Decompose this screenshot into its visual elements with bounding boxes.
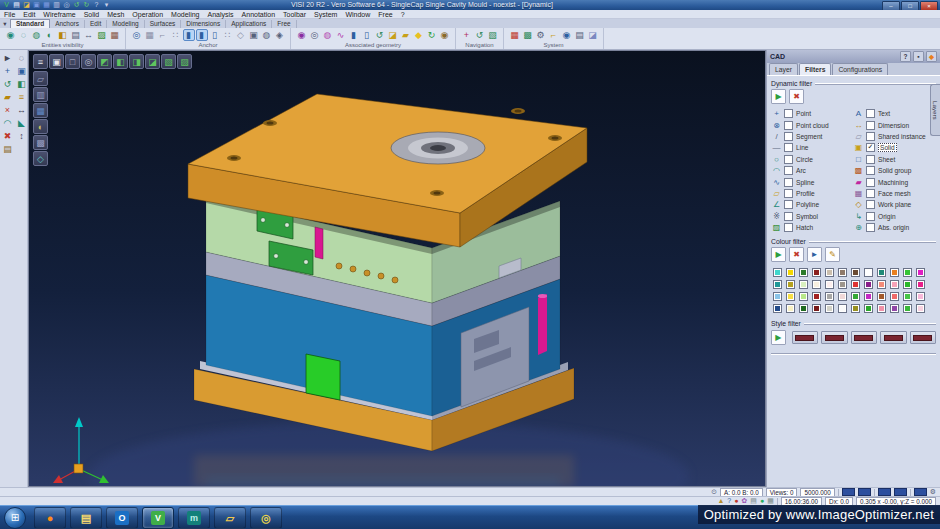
eraser-icon[interactable]: ◪ — [587, 29, 599, 41]
color-swatch[interactable] — [877, 280, 886, 289]
trim-icon[interactable]: × — [2, 104, 14, 116]
color-swatch[interactable] — [916, 268, 925, 277]
color-swatch[interactable] — [877, 304, 886, 313]
line-style-button[interactable] — [910, 331, 936, 344]
checkbox-symbol[interactable] — [784, 212, 793, 221]
assoc-binocular-icon[interactable]: ◎ — [309, 29, 321, 41]
iso-view-icon[interactable]: ◩ — [97, 54, 112, 69]
checkbox-work-plane[interactable] — [866, 200, 875, 209]
light-icon[interactable]: ◐ — [33, 119, 48, 134]
anchor-face-icon[interactable]: ▯ — [209, 29, 221, 41]
color-swatch[interactable] — [890, 280, 899, 289]
color-swatch[interactable] — [864, 292, 873, 301]
fillet-icon[interactable]: ◠ — [2, 117, 14, 129]
color-swatch[interactable] — [864, 304, 873, 313]
tab-standard[interactable]: Standard — [10, 19, 50, 28]
background-icon[interactable]: ▩ — [33, 135, 48, 150]
tab-applications[interactable]: Applications — [226, 20, 272, 28]
assoc-lock-icon[interactable]: ▰ — [400, 29, 412, 41]
color-swatch[interactable] — [903, 268, 912, 277]
shaded-view-icon[interactable]: ▣ — [49, 54, 64, 69]
grid-icon[interactable]: ▩ — [522, 29, 534, 41]
dynamic-filter-delete-icon[interactable]: ✖ — [789, 89, 804, 104]
color-swatch[interactable] — [799, 304, 808, 313]
color-swatch[interactable] — [877, 268, 886, 277]
clipboard-icon[interactable]: ▦ — [767, 497, 774, 505]
anchor-tangent-icon[interactable]: ◍ — [261, 29, 273, 41]
panel-tab-filters[interactable]: Filters — [799, 63, 831, 75]
show-hatch-icon[interactable]: ▨ — [96, 29, 108, 41]
anchor-grid-icon[interactable]: ▦ — [144, 29, 156, 41]
settings-icon[interactable]: ⚙ — [535, 29, 547, 41]
checkbox-arc[interactable] — [784, 166, 793, 175]
section-icon[interactable]: ▥ — [33, 87, 48, 102]
front-view-icon[interactable]: ◨ — [129, 54, 144, 69]
taskbar-explorer[interactable]: ▱ — [214, 507, 246, 529]
checkbox-line[interactable] — [784, 143, 793, 152]
menu-system[interactable]: System — [310, 10, 341, 19]
assoc-search-icon[interactable]: ◉ — [296, 29, 308, 41]
color-swatch[interactable] — [786, 292, 795, 301]
color-swatch[interactable] — [864, 280, 873, 289]
color-swatch[interactable] — [851, 280, 860, 289]
tab-modeling[interactable]: Modeling — [107, 20, 144, 28]
timer-icon[interactable]: ● — [760, 497, 764, 505]
show-solids-icon[interactable]: ◧ — [57, 29, 69, 41]
taskbar-visi[interactable]: V — [142, 507, 174, 529]
assoc-flow-icon[interactable]: ▯ — [361, 29, 373, 41]
menu-file[interactable]: File — [0, 10, 19, 19]
panel-pin-icon[interactable]: ▪ — [913, 51, 924, 62]
assoc-shield-icon[interactable]: ◆ — [413, 29, 425, 41]
checkbox-polyline[interactable] — [784, 200, 793, 209]
panel-logo-icon[interactable]: ◆ — [926, 51, 937, 62]
anchor-edge-icon[interactable]: ▮ — [196, 29, 208, 41]
save-all-icon[interactable]: ▦ — [42, 1, 51, 9]
checkbox-machining[interactable] — [866, 178, 875, 187]
assoc-folder-icon[interactable]: ◪ — [387, 29, 399, 41]
anchor-mid-icon[interactable]: ∷ — [170, 29, 182, 41]
color-swatch[interactable] — [825, 280, 834, 289]
line-style-button[interactable] — [821, 331, 847, 344]
tab-dimensions[interactable]: Dimensions — [181, 20, 226, 28]
status-swatch[interactable] — [914, 488, 927, 496]
style-filter-apply-icon[interactable]: ▶ — [771, 330, 786, 345]
status-swatch[interactable] — [878, 488, 891, 496]
wireframe-view-icon[interactable]: □ — [65, 54, 80, 69]
checkbox-profile[interactable] — [784, 189, 793, 198]
assoc-pipe-icon[interactable]: ▮ — [348, 29, 360, 41]
show-points-icon[interactable]: ◌ — [18, 29, 30, 41]
show-wireframe-icon[interactable]: ◍ — [31, 29, 43, 41]
world-icon[interactable]: ◉ — [439, 29, 451, 41]
checkbox-point-cloud[interactable] — [784, 121, 793, 130]
shade-mode-icon[interactable]: ▦ — [33, 103, 48, 118]
flower-icon[interactable]: ✿ — [741, 497, 747, 505]
show-mesh-icon[interactable]: ▦ — [109, 29, 121, 41]
color-swatch[interactable] — [773, 292, 782, 301]
rotate-view-icon[interactable]: ↺ — [474, 29, 486, 41]
tab-anchors[interactable]: Anchors — [50, 20, 85, 28]
print-icon[interactable]: ▥ — [52, 1, 61, 9]
checkbox-segment[interactable] — [784, 132, 793, 141]
checkbox-sheet[interactable] — [866, 155, 875, 164]
colour-filter-delete-icon[interactable]: ✖ — [789, 247, 804, 262]
color-swatch[interactable] — [903, 280, 912, 289]
checkbox-solid[interactable]: ✓ — [866, 143, 875, 152]
panel-help-icon[interactable]: ? — [900, 51, 911, 62]
assoc-curve-icon[interactable]: ∿ — [335, 29, 347, 41]
select-icon[interactable]: ► — [2, 52, 14, 64]
anchor-perpendicular-icon[interactable]: ◈ — [274, 29, 286, 41]
checkbox-solid-group[interactable] — [866, 166, 875, 175]
show-dimensions-icon[interactable]: ↔ — [83, 29, 95, 41]
assoc-update-icon[interactable]: ↺ — [374, 29, 386, 41]
menu-toolbar[interactable]: Toolbar — [279, 10, 310, 19]
color-swatch[interactable] — [786, 268, 795, 277]
clip-plane-icon[interactable]: ▱ — [33, 71, 48, 86]
color-swatch[interactable] — [812, 268, 821, 277]
anchor-auto-icon[interactable]: ◎ — [131, 29, 143, 41]
color-swatch[interactable] — [838, 304, 847, 313]
tab-edit[interactable]: Edit — [85, 20, 107, 28]
menu-operation[interactable]: Operation — [128, 10, 167, 19]
menu-solid[interactable]: Solid — [80, 10, 104, 19]
save-icon[interactable]: ▣ — [32, 1, 41, 9]
color-swatch[interactable] — [890, 304, 899, 313]
